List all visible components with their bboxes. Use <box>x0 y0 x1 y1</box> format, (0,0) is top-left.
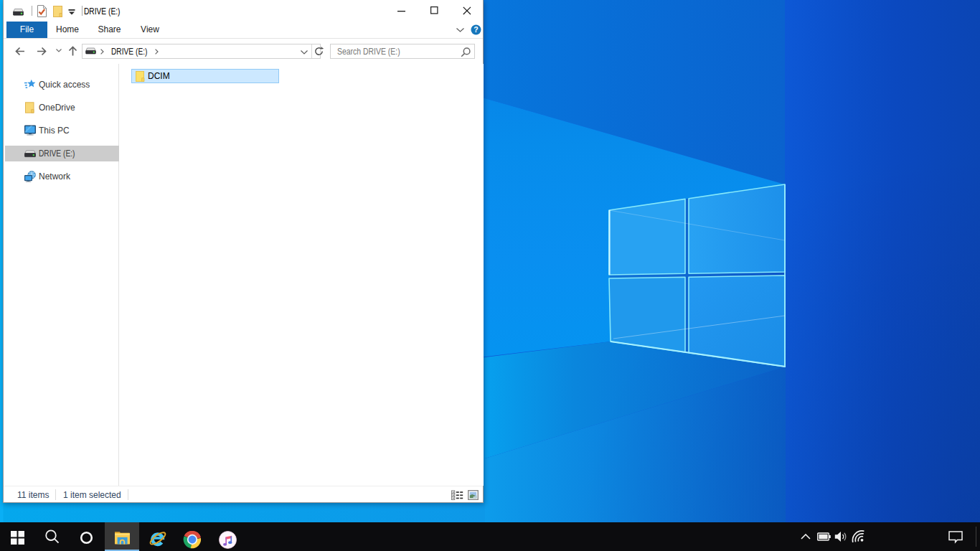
svg-text:?: ? <box>473 25 478 34</box>
